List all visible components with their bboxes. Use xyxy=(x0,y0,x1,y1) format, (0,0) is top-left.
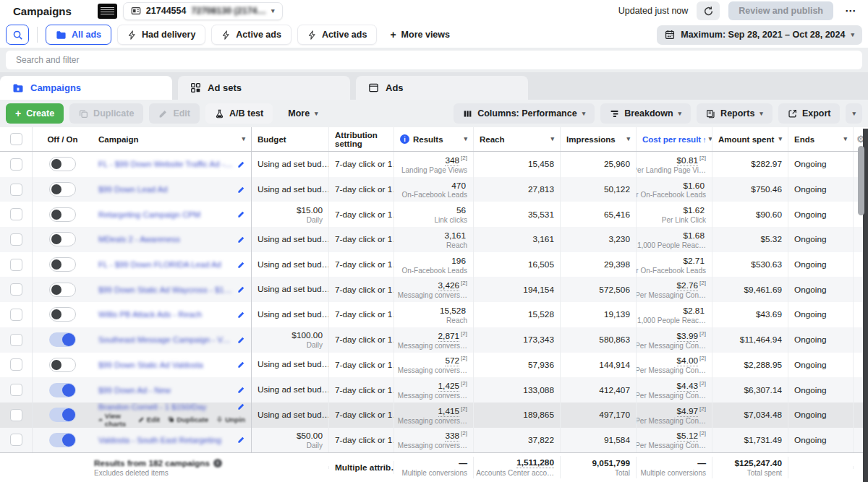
more-button[interactable]: More ▾ xyxy=(278,103,327,124)
campaign-name-link[interactable]: Willis PB Attack Ads - Reach xyxy=(98,310,202,319)
edit-pencil-icon[interactable] xyxy=(233,236,245,244)
edit-pencil-icon[interactable] xyxy=(233,285,245,293)
row-checkbox[interactable] xyxy=(10,259,22,271)
row-checkbox[interactable] xyxy=(10,409,22,421)
campaign-toggle[interactable] xyxy=(49,433,76,447)
edit-pencil-icon[interactable] xyxy=(233,311,245,319)
unpin-action[interactable]: Unpin xyxy=(216,412,245,428)
column-campaign[interactable]: Campaign▾ xyxy=(93,127,252,151)
business-avatar[interactable] xyxy=(98,4,117,19)
view-all-ads[interactable]: All ads xyxy=(46,25,111,45)
tab-ads[interactable]: Ads xyxy=(356,76,528,100)
duplicate-action[interactable]: Duplicate xyxy=(168,412,208,428)
budget-value: Using ad set bud… xyxy=(258,284,329,294)
date-range-selector[interactable]: Maximum: Sep 28, 2021 – Oct 28, 2024 ▾ xyxy=(657,25,862,45)
column-results[interactable]: Results▾ xyxy=(394,127,474,151)
budget-value: Using ad set bud… xyxy=(258,159,329,169)
campaign-name-link[interactable]: Valdosta - South East Retargeting xyxy=(98,436,221,444)
column-budget[interactable]: Budget xyxy=(252,127,329,151)
campaign-name-link[interactable]: Retargeting Campaign CPM xyxy=(98,210,200,219)
columns-button[interactable]: Columns: Performance ▾ xyxy=(454,103,595,124)
campaign-toggle[interactable] xyxy=(49,157,76,171)
edit-pencil-icon[interactable] xyxy=(233,403,245,410)
row-checkbox[interactable] xyxy=(10,233,22,246)
column-cost-per-result[interactable]: Cost per result↑▾ xyxy=(637,127,712,151)
refresh-button[interactable] xyxy=(697,1,720,20)
campaign-toggle[interactable] xyxy=(49,257,76,272)
column-attribution[interactable]: Attribution setting xyxy=(329,127,394,151)
row-checkbox[interactable] xyxy=(10,184,22,196)
create-button[interactable]: + Create xyxy=(6,103,64,124)
results-value: 1,425 xyxy=(438,381,460,392)
edit-pencil-icon[interactable] xyxy=(233,336,245,344)
campaign-name-link[interactable]: FL - $99 Down FLORIDA Lead Ad xyxy=(98,260,221,269)
more-views-button[interactable]: + More views xyxy=(383,29,457,40)
campaign-name-link[interactable]: MDeals 2 - Awareness xyxy=(98,235,180,244)
tab-campaigns[interactable]: Campaigns xyxy=(0,76,172,100)
campaign-toggle[interactable] xyxy=(49,207,76,222)
campaign-toggle[interactable] xyxy=(49,383,76,397)
column-reach[interactable]: Reach▾ xyxy=(474,127,561,151)
campaign-toggle[interactable] xyxy=(49,307,76,322)
view-charts-action[interactable]: View charts xyxy=(98,412,130,428)
edit-pencil-icon[interactable] xyxy=(233,186,245,194)
campaign-toggle[interactable] xyxy=(49,182,76,197)
row-checkbox[interactable] xyxy=(10,334,22,346)
ab-test-button[interactable]: A/B test xyxy=(205,103,273,124)
row-hover-actions: View charts Edit Duplicate Unpin xyxy=(98,412,245,428)
view-active-ads-2[interactable]: Active ads xyxy=(297,25,378,45)
view-had-delivery[interactable]: Had delivery xyxy=(117,25,205,45)
campaign-name-link[interactable]: $99 Down Static Ad Waycross - $150 Day xyxy=(98,285,233,294)
edit-pencil-icon[interactable] xyxy=(233,160,245,168)
campaign-name-link[interactable]: $99 Down Static Ad Valdosta xyxy=(98,361,203,369)
column-impressions[interactable]: Impressions▾ xyxy=(561,127,637,151)
campaign-name-link[interactable]: $99 Down Lead Ad xyxy=(98,185,167,194)
row-checkbox[interactable] xyxy=(10,384,22,396)
edit-pencil-icon[interactable] xyxy=(233,386,245,394)
more-options-button[interactable]: ⋯ xyxy=(842,4,859,17)
edit-button[interactable]: Edit xyxy=(149,103,200,124)
row-checkbox[interactable] xyxy=(10,208,22,220)
amount-spent-value: $7,034.48 xyxy=(744,410,782,420)
row-checkbox[interactable] xyxy=(10,309,22,321)
results-label: Messaging convers… xyxy=(398,442,467,449)
row-checkbox[interactable] xyxy=(10,434,22,446)
campaign-toggle[interactable] xyxy=(49,232,76,246)
duplicate-button[interactable]: Duplicate xyxy=(69,103,143,124)
campaign-name-link[interactable]: Brandon Cornell - 1 $150/Day xyxy=(98,403,206,411)
results-label: Reach xyxy=(446,241,467,249)
campaign-name-link[interactable]: Southeast Message Campaign - Valdosta - … xyxy=(98,335,233,344)
budget-value: Using ad set bud… xyxy=(258,309,329,319)
select-all-checkbox[interactable] xyxy=(10,133,22,145)
edit-pencil-icon[interactable] xyxy=(233,210,245,218)
search-view-button[interactable] xyxy=(6,25,29,45)
reports-button[interactable]: Reports ▾ xyxy=(697,103,773,124)
edit-action[interactable]: Edit xyxy=(138,412,161,428)
row-checkbox[interactable] xyxy=(10,158,22,171)
breakdown-button[interactable]: Breakdown ▾ xyxy=(600,103,691,124)
column-ends[interactable]: Ends▾ xyxy=(788,127,854,151)
scrollbar-thumb[interactable] xyxy=(858,146,864,215)
campaign-name-link[interactable]: FL - $99 Down Website Traffic Ad - King … xyxy=(98,160,233,168)
impressions-value: 580,863 xyxy=(599,335,630,345)
toolbar-expand-button[interactable]: ▾ xyxy=(846,103,862,124)
campaign-toggle[interactable] xyxy=(49,332,76,347)
campaign-toggle[interactable] xyxy=(49,283,76,297)
search-input[interactable] xyxy=(6,51,862,69)
review-and-publish-button[interactable]: Review and publish xyxy=(728,1,833,20)
ad-account-selector[interactable]: 21744554 72708130 (2174… ▾ xyxy=(123,2,283,20)
view-active-ads-1[interactable]: Active ads xyxy=(211,25,292,45)
tab-ad-sets[interactable]: Ad sets xyxy=(178,76,350,100)
edit-pencil-icon[interactable] xyxy=(233,361,245,369)
edit-pencil-icon[interactable] xyxy=(233,436,245,444)
campaign-toggle[interactable] xyxy=(49,358,76,372)
campaign-toggle[interactable] xyxy=(49,408,76,422)
footnote-marker: [2] xyxy=(699,280,706,286)
row-checkbox[interactable] xyxy=(10,283,22,296)
edit-pencil-icon[interactable] xyxy=(233,261,245,269)
column-amount-spent[interactable]: Amount spent▾ xyxy=(712,127,788,151)
row-checkbox[interactable] xyxy=(10,358,22,371)
ends-value: Ongoing xyxy=(794,309,827,319)
campaign-name-link[interactable]: $99 Down Ad - New xyxy=(98,386,171,395)
export-button[interactable]: Export xyxy=(778,103,841,124)
